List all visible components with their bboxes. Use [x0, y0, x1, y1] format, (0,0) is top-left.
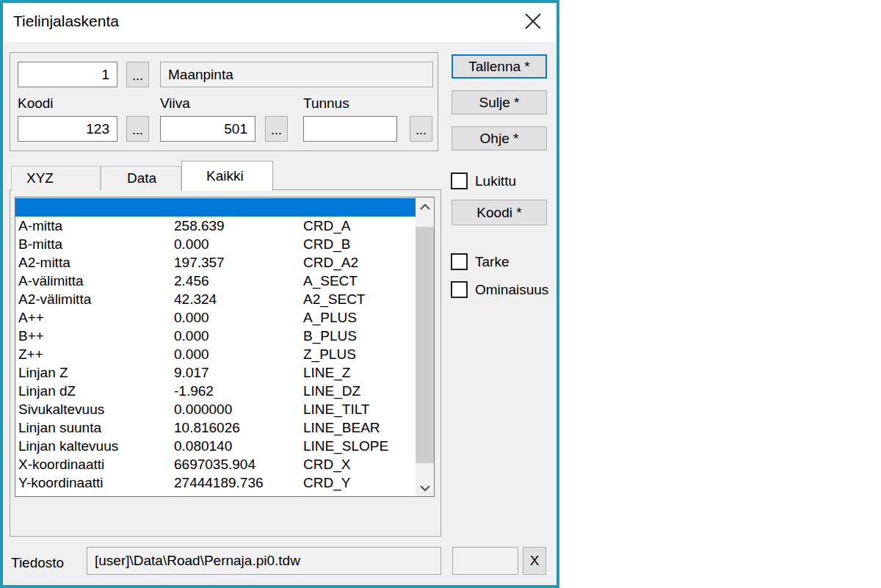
row-value: 0.080140	[174, 437, 303, 455]
koodi-side-button[interactable]: Koodi *	[452, 200, 547, 225]
list-row[interactable]: B-mitta0.000CRD_B	[15, 235, 416, 253]
row-code: LINE_SLOPE	[303, 437, 416, 455]
row-code: LINE_TILT	[303, 400, 416, 418]
tunnus-browse-button[interactable]: ...	[410, 116, 432, 142]
row-value: 27444189.736	[174, 473, 303, 492]
row-name: Linjan dZ	[18, 382, 174, 400]
tunnus-label: Tunnus	[303, 95, 349, 112]
row-name: B-mitta	[18, 235, 174, 253]
row-name: A-mitta	[18, 217, 174, 235]
koodi-input[interactable]: 123	[18, 116, 117, 142]
list-rows: A-mitta258.639CRD_AB-mitta0.000CRD_BA2-m…	[15, 198, 416, 492]
window-title: Tielinjalaskenta	[13, 12, 119, 30]
row-value: 0.000	[174, 345, 303, 363]
scrollbar-thumb[interactable]	[416, 227, 434, 463]
row-code: CRD_A2	[303, 253, 416, 272]
ominaisuus-checkbox-row[interactable]: Ominaisuus	[451, 281, 548, 298]
row-code: Z_PLUS	[303, 345, 416, 363]
list-row[interactable]: A-välimitta2.456A_SECT	[15, 272, 416, 290]
list-row[interactable]: Linjan suunta10.816026LINE_BEAR	[15, 418, 416, 437]
titlebar: Tielinjalaskenta	[0, 0, 559, 42]
list-row[interactable]	[15, 198, 416, 217]
koodi-label: Koodi	[18, 95, 54, 112]
list-row[interactable]: Z++0.000Z_PLUS	[15, 345, 416, 363]
row-value: 42.324	[174, 290, 303, 308]
row-value: 0.000	[174, 235, 303, 253]
row-code	[303, 198, 416, 217]
list-scrollbar[interactable]	[416, 197, 434, 496]
row-name: A2-välimitta	[18, 290, 174, 308]
tarke-label: Tarke	[475, 254, 509, 270]
list-row[interactable]: Y-koordinaatti27444189.736CRD_Y	[15, 473, 416, 492]
tab-xyz[interactable]: XYZ	[11, 166, 101, 190]
row-name: A2-mitta	[18, 253, 174, 272]
row-value: 258.639	[174, 217, 303, 235]
row-name: Z++	[18, 345, 174, 363]
row-value: 197.357	[174, 253, 303, 272]
attribute-listbox: A-mitta258.639CRD_AB-mitta0.000CRD_BA2-m…	[15, 197, 435, 497]
help-button[interactable]: Ohje *	[452, 126, 547, 150]
row-value: 9.017	[174, 363, 303, 382]
row-name: Y-koordinaatti	[18, 473, 174, 492]
row-value: 0.000000	[174, 400, 303, 418]
tiedosto-label: Tiedosto	[11, 555, 64, 571]
row-name: Linjan Z	[18, 363, 174, 382]
file-path-field: [user]\Data\Road\Pernaja.pi0.tdw	[87, 547, 441, 575]
scroll-down-button[interactable]	[416, 479, 434, 496]
tarke-checkbox[interactable]	[451, 253, 468, 270]
viiva-label: Viiva	[160, 95, 190, 112]
row-code: A_SECT	[303, 272, 416, 290]
list-row[interactable]: A-mitta258.639CRD_A	[15, 217, 416, 235]
close-icon	[523, 12, 543, 33]
row-code: A2_SECT	[303, 290, 416, 308]
tab-data[interactable]: Data	[101, 166, 181, 190]
close-button[interactable]	[517, 9, 549, 35]
koodi-browse-button[interactable]: ...	[126, 116, 149, 142]
tab-kaikki[interactable]: Kaikki	[181, 161, 273, 191]
close-dialog-button[interactable]: Sulje *	[452, 90, 547, 115]
scrollbar-track[interactable]	[416, 214, 434, 479]
list-row[interactable]: Linjan Z9.017LINE_Z	[15, 363, 416, 382]
tarke-checkbox-row[interactable]: Tarke	[451, 253, 509, 270]
row-value: -1.962	[174, 382, 303, 400]
row-code: CRD_A	[303, 217, 416, 235]
list-row[interactable]: Linjan kaltevuus0.080140LINE_SLOPE	[15, 437, 416, 455]
ominaisuus-checkbox[interactable]	[451, 281, 468, 298]
row-code: CRD_X	[303, 455, 416, 473]
list-row[interactable]: A++0.000A_PLUS	[15, 308, 416, 327]
lukittu-checkbox-row[interactable]: Lukittu	[451, 173, 516, 189]
row-value: 10.816026	[174, 418, 303, 437]
row-code: CRD_Y	[303, 473, 416, 492]
list-row[interactable]: X-koordinaatti6697035.904CRD_X	[15, 455, 416, 473]
list-row[interactable]: A2-välimitta42.324A2_SECT	[15, 290, 416, 308]
row-value: 0.000	[174, 327, 303, 345]
aux-field	[452, 547, 518, 575]
list-row[interactable]: B++0.000B_PLUS	[15, 327, 416, 345]
ominaisuus-label: Ominaisuus	[475, 282, 548, 298]
dialog-window: Tielinjalaskenta 1 ... Maanpinta Koodi V…	[0, 0, 559, 588]
row-name: Linjan kaltevuus	[18, 437, 174, 455]
lukittu-label: Lukittu	[475, 173, 516, 189]
row-code: CRD_B	[303, 235, 416, 253]
row-code: B_PLUS	[303, 327, 416, 345]
list-row[interactable]: Linjan dZ-1.962LINE_DZ	[15, 382, 416, 400]
number-browse-button[interactable]: ...	[126, 62, 149, 87]
save-button[interactable]: Tallenna *	[452, 54, 547, 79]
viiva-input[interactable]: 501	[160, 116, 255, 142]
row-name: A-välimitta	[18, 272, 174, 290]
dialog-client-area: 1 ... Maanpinta Koodi Viiva Tunnus 123 .…	[0, 42, 559, 588]
scroll-up-button[interactable]	[416, 197, 434, 214]
row-name: A++	[18, 308, 174, 327]
lukittu-checkbox[interactable]	[451, 173, 468, 189]
row-code: LINE_Z	[303, 363, 416, 382]
row-value	[174, 198, 303, 217]
list-row[interactable]: A2-mitta197.357CRD_A2	[15, 253, 416, 272]
number-input[interactable]: 1	[18, 62, 117, 87]
tunnus-input[interactable]	[303, 116, 397, 142]
viiva-browse-button[interactable]: ...	[265, 116, 288, 142]
list-row[interactable]: Sivukaltevuus0.000000LINE_TILT	[15, 400, 416, 418]
row-name	[18, 198, 174, 217]
row-code: A_PLUS	[303, 308, 416, 327]
clear-file-button[interactable]: X	[523, 547, 546, 575]
row-name: X-koordinaatti	[18, 455, 174, 473]
